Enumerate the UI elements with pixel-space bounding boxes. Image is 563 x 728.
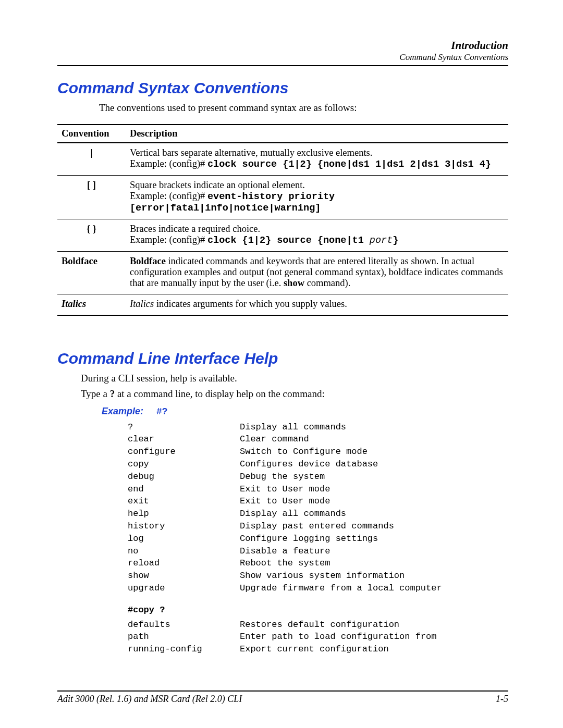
command-desc: Upgrade firmware from a local computer [240, 582, 442, 595]
conv-desc: Square brackets indicate an optional ele… [126, 175, 508, 219]
example-prefix: Example: (config)# [130, 235, 207, 245]
command-row: helpDisplay all commands [128, 508, 508, 520]
command-name: reload [128, 557, 240, 570]
cli-help-p1: During a CLI session, help is available. [81, 373, 508, 384]
header-subtitle: Command Syntax Conventions [57, 52, 508, 63]
conventions-table: Convention Description | Vertical bars s… [57, 124, 508, 316]
section-heading-syntax: Command Syntax Conventions [57, 79, 508, 97]
command-desc: Disable a feature [240, 545, 330, 558]
footer-left: Adit 3000 (Rel. 1.6) and MSR Card (Rel 2… [57, 694, 242, 705]
conv-symbol: Boldface [57, 251, 126, 294]
example-cmd-p2: } [393, 235, 398, 246]
conv-desc: Boldface indicated commands and keywords… [126, 251, 508, 294]
desc-text: Square brackets indicate an optional ele… [130, 180, 305, 190]
command-row: endExit to User mode [128, 483, 508, 496]
table-row: Boldface Boldface indicated commands and… [57, 251, 508, 294]
command-name: exit [128, 495, 240, 508]
conv-symbol: Italics [57, 294, 126, 315]
example-cmd-p1: clock {1|2} source {none|t1 [207, 235, 370, 246]
command-desc: Switch to Configure mode [240, 446, 368, 458]
command-sub-block: #copy ? defaultsRestores default configu… [128, 604, 508, 656]
example-cmd-ital: port [370, 235, 393, 246]
table-row: [ ] Square brackets indicate an optional… [57, 175, 508, 219]
command-desc: Restores default configuration [240, 619, 399, 631]
p2-part-b: ? [110, 388, 115, 399]
command-row: defaultsRestores default configuration [128, 619, 508, 631]
command-row: historyDisplay past entered commands [128, 520, 508, 533]
command-desc: Exit to User mode [240, 495, 330, 508]
footer-row: Adit 3000 (Rel. 1.6) and MSR Card (Rel 2… [57, 694, 508, 705]
command-desc: Enter path to load configuration from [240, 631, 436, 643]
conv-desc: Braces indicate a required choice. Examp… [126, 219, 508, 251]
command-row: reloadReboot the system [128, 557, 508, 570]
header-title: Introduction [57, 39, 508, 52]
command-desc: Exit to User mode [240, 483, 330, 496]
command-desc: Display past entered commands [240, 520, 394, 533]
command-name: defaults [128, 619, 240, 631]
page-header: Introduction Command Syntax Conventions [57, 39, 508, 63]
section-intro: The conventions used to present command … [99, 102, 508, 114]
command-list: ?Display all commandsclearClear commandc… [128, 421, 508, 595]
desc-text: Braces indicate a required choice. [130, 224, 260, 234]
command-row: configureSwitch to Configure mode [128, 446, 508, 458]
desc-bold: show [284, 278, 304, 288]
command-desc: Clear command [240, 433, 309, 446]
conv-symbol: [ ] [57, 175, 126, 219]
p2-part-a: Type a [81, 388, 110, 399]
command-name: running-config [128, 643, 240, 656]
command-desc: Debug the system [240, 471, 325, 483]
command-row: copyConfigures device database [128, 458, 508, 471]
command-row: pathEnter path to load configuration fro… [128, 631, 508, 643]
command-name: path [128, 631, 240, 643]
table-header-row: Convention Description [57, 125, 508, 143]
command-row: showShow various system information [128, 570, 508, 582]
command-name: ? [128, 421, 240, 434]
command-name: no [128, 545, 240, 558]
command-desc: Display all commands [240, 421, 346, 434]
command-row: clearClear command [128, 433, 508, 446]
command-name: copy [128, 458, 240, 471]
conv-symbol: { } [57, 219, 126, 251]
table-row: | Vertical bars separate alternative, mu… [57, 143, 508, 176]
th-description: Description [126, 125, 508, 143]
example-word: Example: [102, 406, 143, 416]
command-desc: Export current configuration [240, 643, 389, 656]
command-name: help [128, 508, 240, 520]
cli-help-p2: Type a ? at a command line, to display h… [81, 388, 508, 400]
command-row: upgradeUpgrade firmware from a local com… [128, 582, 508, 595]
command-name: clear [128, 433, 240, 446]
page-footer: Adit 3000 (Rel. 1.6) and MSR Card (Rel 2… [57, 690, 508, 705]
command-desc: Configure logging settings [240, 533, 378, 545]
command-name: configure [128, 446, 240, 458]
conv-desc: Italics indicates arguments for which yo… [126, 294, 508, 315]
section-heading-cli-help: Command Line Interface Help [57, 350, 508, 367]
command-name: show [128, 570, 240, 582]
desc-bold: Boldface [130, 256, 166, 266]
desc-text: command). [304, 278, 350, 288]
table-row: { } Braces indicate a required choice. E… [57, 219, 508, 251]
command-desc: Show various system information [240, 570, 405, 582]
command-name: upgrade [128, 582, 240, 595]
example-prompt: #? [156, 406, 168, 417]
example-prefix: Example: (config)# [130, 158, 207, 169]
conv-desc: Vertical bars separate alternative, mutu… [126, 143, 508, 176]
p2-part-c: at a command line, to display help on th… [115, 388, 325, 399]
conv-symbol: | [57, 143, 126, 176]
desc-ital: Italics [130, 299, 154, 309]
command-desc: Reboot the system [240, 557, 330, 570]
command-desc: Configures device database [240, 458, 378, 471]
footer-right: 1-5 [496, 694, 508, 705]
desc-text: indicates arguments for which you supply… [154, 299, 347, 309]
command-row: ?Display all commands [128, 421, 508, 434]
example-label: Example: #? [102, 406, 508, 417]
command-row: noDisable a feature [128, 545, 508, 558]
command-row: debugDebug the system [128, 471, 508, 483]
footer-rule [57, 690, 508, 692]
example-prefix: Example: (config)# [130, 191, 207, 201]
sub-prompt: #copy ? [128, 604, 508, 616]
th-convention: Convention [57, 125, 126, 143]
command-name: end [128, 483, 240, 496]
command-row: logConfigure logging settings [128, 533, 508, 545]
header-rule [57, 65, 508, 66]
sub-command-list: defaultsRestores default configurationpa… [128, 619, 508, 656]
